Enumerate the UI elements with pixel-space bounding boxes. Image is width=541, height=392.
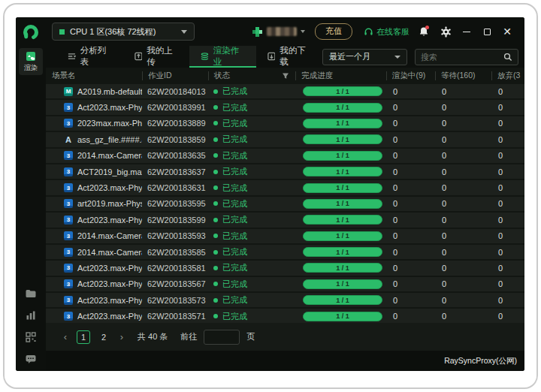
minimize-button[interactable] [460, 25, 473, 38]
waiting-count: 0 [435, 103, 491, 112]
table-row[interactable]: 3 ACT2019_big.max-... 62W200183637 已完成 1… [46, 164, 524, 180]
table-row[interactable]: A ass_gz_file.####.as... 62W200183859 已完… [46, 132, 524, 148]
scene-name: Act2023.max-Phys... [77, 183, 142, 192]
table-row[interactable]: M A2019.mb-defaultR... 62W200184013 已完成 … [46, 84, 524, 100]
status-label: 已完成 [222, 182, 247, 194]
user-menu[interactable] [252, 26, 305, 38]
status-label: 已完成 [222, 262, 247, 273]
job-id-cell: 62W200183991 [142, 103, 208, 112]
avatar [252, 26, 263, 38]
table-row[interactable]: 3 art2019.max-PhysC... 62W200183595 已完成 … [46, 197, 524, 213]
scene-name: 2014.max-Camera0... [77, 231, 142, 240]
folder-icon[interactable] [25, 288, 37, 300]
chat-icon[interactable] [25, 353, 37, 365]
sidebar-item-render[interactable]: 渲染 [19, 48, 43, 75]
page-button-2[interactable]: 2 [97, 330, 110, 344]
status-cell: 已完成 [208, 182, 295, 194]
status-dot-icon [213, 170, 218, 174]
tab-my-downloads[interactable]: 我的下载 [256, 46, 323, 68]
filter-controls: 最近一个月 [322, 46, 524, 68]
abandoned-count: 0 [491, 296, 524, 305]
total-count-label: 共 40 条 [138, 331, 168, 342]
progress-cell: 1 / 1 [295, 167, 386, 176]
table-row[interactable]: 3 Act2023.max-Phys... 62W200183599 已完成 1… [46, 213, 524, 228]
rendering-count: 0 [386, 135, 435, 144]
scene-name: Act2023.max-Phys... [77, 279, 142, 288]
status-label: 已完成 [222, 311, 247, 322]
prev-page-button[interactable]: ‹ [61, 331, 70, 342]
waiting-count: 0 [435, 264, 491, 273]
status-cell: 已完成 [208, 134, 295, 145]
maximize-button[interactable] [480, 25, 494, 38]
cpu-zone-dropdown[interactable]: CPU 1 区(36核 72线程) [52, 23, 195, 41]
table-row[interactable]: 3 Act2023.max-Phys... 62W200183571 已完成 1… [46, 309, 524, 323]
status-dot-icon [213, 234, 218, 238]
table-header: 场景名 作业ID 状态 完成进度 渲染中(9) 等待(160) 放弃(3 [46, 68, 524, 84]
search-icon[interactable] [503, 53, 512, 62]
rendering-count: 0 [386, 183, 435, 192]
max-file-icon: 3 [64, 167, 73, 176]
abandoned-count: 0 [491, 248, 524, 257]
table-row[interactable]: 3 Act2023.max-Phys... 62W200183573 已完成 1… [46, 293, 524, 309]
goto-page-input[interactable] [204, 330, 240, 345]
scene-cell: 3 Act2023.max-Phys... [46, 183, 142, 192]
status-dot-icon [213, 218, 218, 222]
status-dot-icon [213, 185, 218, 190]
job-id-cell: 62W200183567 [142, 279, 208, 288]
abandoned-count: 0 [491, 103, 524, 112]
table-row[interactable]: 3 2014.max-Camera0... 62W200183635 已完成 1… [46, 149, 524, 164]
close-button[interactable]: ✕ [500, 25, 514, 38]
status-cell: 已完成 [208, 311, 295, 322]
table-row[interactable]: 3 Act2023.max-Phys... 62W200183991 已完成 1… [46, 100, 524, 116]
table-row[interactable]: 3 2014.max-Camera0... 62W200183585 已完成 1… [46, 245, 524, 261]
next-page-button[interactable]: › [117, 331, 126, 342]
tab-render-jobs[interactable]: 渲染作业 [189, 46, 256, 68]
job-id-cell: 62W200183889 [142, 119, 208, 128]
scene-name: ass_gz_file.####.as... [77, 135, 142, 144]
progress-cell: 1 / 1 [295, 134, 386, 144]
scene-name: Act2023.max-Phys... [77, 312, 142, 321]
search-input[interactable] [421, 53, 503, 62]
settings-button[interactable] [438, 24, 453, 39]
max-file-icon: 3 [64, 312, 73, 321]
table-row[interactable]: 3 2023max.max-Phys... 62W200183889 已完成 1… [46, 116, 524, 132]
rendering-count: 0 [386, 279, 435, 288]
recharge-button[interactable]: 充值 [315, 23, 352, 40]
search-box [415, 49, 518, 65]
table-row[interactable]: 3 Act2023.max-Phys... 62W200183567 已完成 1… [46, 277, 524, 293]
abandoned-count: 0 [491, 135, 524, 144]
progress-cell: 1 / 1 [295, 103, 386, 113]
goto-label: 前往 [180, 331, 197, 342]
rendering-count: 0 [386, 103, 435, 112]
qr-code-icon[interactable] [25, 331, 37, 343]
status-dot-icon [213, 89, 218, 94]
date-range-dropdown[interactable]: 最近一个月 [322, 49, 407, 65]
zone-label: CPU 1 区(36核 72线程) [70, 26, 156, 38]
abandoned-count: 0 [491, 199, 524, 208]
table-row[interactable]: 3 Act2023.max-Phys... 62W200183631 已完成 1… [46, 180, 524, 196]
scene-name: ACT2019_big.max-... [77, 167, 142, 176]
status-dot-icon [213, 153, 218, 158]
tab-analysis-list[interactable]: 分析列表 [56, 46, 123, 68]
notifications-button[interactable] [416, 24, 431, 39]
job-id-cell: 62W200183635 [142, 151, 208, 160]
funnel-filter-icon[interactable] [282, 72, 289, 80]
waiting-count: 0 [435, 296, 491, 305]
scene-cell: 3 Act2023.max-Phys... [46, 279, 142, 288]
username-masked [267, 27, 297, 36]
online-support-link[interactable]: 在线客服 [364, 26, 410, 38]
bar-chart-icon[interactable] [25, 309, 37, 321]
chevron-down-icon [301, 30, 305, 33]
page-button-1[interactable]: 1 [77, 330, 90, 344]
app-window: 渲染 CPU 1 区(36核 72线程) [16, 17, 524, 371]
abandoned-count: 0 [491, 279, 524, 288]
table-row[interactable]: 3 Act2023.max-Phys... 62W200183581 已完成 1… [46, 261, 524, 276]
table-row[interactable]: 3 2014.max-Camera0... 62W200183593 已完成 1… [46, 229, 524, 245]
titlebar: CPU 1 区(36核 72线程) 充值 [46, 17, 524, 46]
status-cell: 已完成 [208, 231, 295, 242]
chevron-down-icon [181, 30, 187, 34]
status-cell: 已完成 [208, 198, 295, 210]
list-filter-icon [68, 52, 76, 61]
tab-my-uploads[interactable]: 我的上传 [123, 46, 190, 68]
abandoned-count: 0 [491, 183, 524, 192]
